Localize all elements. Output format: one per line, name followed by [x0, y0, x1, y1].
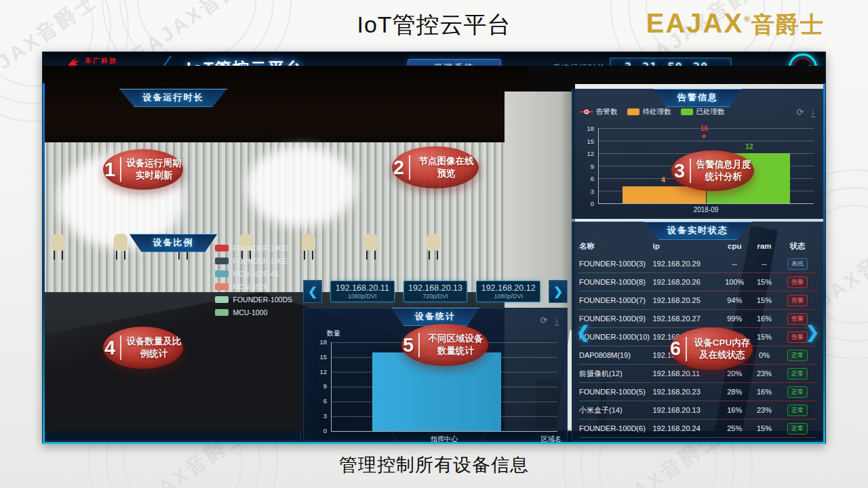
camera-next-button[interactable]: ❯ [549, 280, 568, 303]
office-chair [51, 234, 66, 260]
legend-swatch [215, 258, 229, 264]
legend-item: MCN-102E-4K [215, 270, 292, 278]
table-row: FOUNDER-100D(8) 192.168.20.26 100% 15% 告… [579, 273, 816, 291]
camera-ip-button[interactable]: 192.168.20.11 1080p/DVI [330, 281, 395, 302]
registered-mark-icon: ® [744, 14, 750, 24]
brand-logo-cn: 音爵士 [751, 9, 825, 41]
x-category-label: 2018-09 [598, 206, 814, 214]
legend-item: 待处理数 [627, 107, 671, 117]
legend-item: FOUNDER-100D [215, 244, 292, 252]
alarm-count-point [703, 135, 706, 138]
pending-bar [623, 186, 707, 203]
scene-ceiling [43, 66, 528, 146]
refresh-icon[interactable]: ⟳ [540, 315, 548, 325]
status-badge: 告警 [787, 295, 808, 306]
table-row: FOUNDER-100D(6) 192.168.20.24 25% 15% 正常 [579, 420, 816, 438]
refresh-icon[interactable]: ⟳ [797, 107, 804, 117]
alarm-legend: 告警数 待处理数 已处理数 [580, 107, 725, 117]
panel-title-runtime: 设备运行时长 [119, 89, 228, 107]
callout-3: 3 告警信息月度统计分析 [671, 150, 754, 191]
legend-swatch [681, 108, 693, 115]
brand-logo-en: EAJAX [646, 8, 743, 39]
status-badge: 告警 [787, 277, 808, 288]
slide: EAJAX音爵士 EAJAX音爵士 EAJAX音爵士 EAJAX音爵士 EAJA… [0, 0, 868, 488]
status-badge: 告警 [787, 331, 808, 343]
download-icon[interactable]: ↓ [811, 107, 816, 117]
legend-item: 告警数 [580, 107, 618, 117]
status-badge: 正常 [787, 386, 808, 398]
processed-value: 12 [745, 143, 753, 150]
camera-ip-list: 192.168.20.11 1080p/DVI 192.168.20.13 72… [330, 281, 540, 302]
legend-swatch [215, 296, 229, 303]
callout-4: 4 设备数量及比例统计 [103, 327, 183, 369]
status-badge: 正常 [787, 423, 808, 434]
status-badge: 正常 [787, 350, 808, 361]
office-chair [426, 234, 441, 260]
status-badge: 正常 [787, 405, 808, 416]
status-table-header: 名称 ip cpu ram 状态 [579, 239, 816, 253]
panel-title-alarm: 告警信息 [654, 89, 742, 107]
pie-legend: FOUNDER-100D FOUNDER-100E MCN-102E-4K [215, 244, 292, 317]
camera-ip-button[interactable]: 192.168.20.13 720p/DVI [403, 281, 468, 302]
camera-ip-button[interactable]: 192.168.20.12 1080p/DVI [476, 281, 540, 302]
callout-1: 1 设备运行周期实时刷新 [103, 149, 183, 190]
table-row: FOUNDER-100D(9) 192.168.20.27 99% 16% 告警 [579, 310, 816, 328]
legend-swatch [215, 270, 229, 277]
legend-swatch [215, 245, 229, 251]
callout-2: 2 节点图像在线预览 [392, 146, 479, 188]
callout-5: 5 不同区域设备数量统计 [401, 324, 488, 366]
legend-swatch [215, 283, 229, 290]
legend-swatch [580, 111, 593, 113]
alarm-count-value: 16 [701, 125, 708, 132]
camera-preview-panel [43, 52, 307, 239]
table-row: FOUNDER-100D(3) 192.168.20.29 -- -- 离线 [579, 255, 816, 273]
panel-title-ratio: 设备比例 [130, 234, 218, 252]
brand-logo: EAJAX®音爵士 [646, 8, 825, 41]
office-chair [363, 234, 378, 260]
y-axis-label: 数量 [327, 329, 340, 338]
status-prev-button[interactable]: ❮ [576, 323, 590, 342]
callout-6: 6 设备CPU内存及在线状态 [670, 327, 753, 370]
table-row: FOUNDER-100D(5) 192.168.20.23 28% 16% 正常 [579, 383, 816, 401]
legend-item: 已处理数 [681, 107, 725, 117]
table-row: 小米盒子(14) 192.168.20.13 16% 23% 正常 [579, 401, 816, 420]
download-icon[interactable]: ↓ [555, 315, 559, 325]
status-badge: 告警 [787, 313, 808, 325]
camera-nav: ❮ 192.168.20.11 1080p/DVI 192.168.20.13 … [303, 277, 568, 306]
legend-item: MCN-102E [215, 283, 292, 291]
slide-caption: 管理控制所有设备信息 [0, 453, 868, 477]
y-axis-ticks: 1815129630 [312, 338, 327, 434]
panel-title-stats: 设备统计 [391, 308, 479, 326]
company-name-cn: 丰广科技 [85, 58, 151, 64]
legend-swatch [627, 108, 639, 115]
office-chair [113, 234, 128, 260]
pending-value: 4 [661, 176, 665, 184]
x-axis-label: 区域名 [541, 434, 561, 444]
status-badge: 离线 [787, 258, 808, 270]
legend-swatch [215, 309, 229, 316]
panel-title-status: 设备实时状态 [644, 222, 752, 240]
table-row: FOUNDER-100D(7) 192.168.20.25 94% 15% 告警 [579, 291, 816, 310]
legend-item: MCU-1000 [215, 308, 292, 317]
status-badge: 正常 [787, 368, 808, 380]
office-chair [301, 234, 316, 260]
x-category-label: 指挥中心 [331, 434, 557, 444]
status-next-button[interactable]: ❯ [806, 323, 819, 342]
camera-prev-button[interactable]: ❮ [303, 280, 322, 303]
dashboard: 丰广科技 FENGAKJ IoT管控云平台 管理系统 系统运行时长： 3 天 2… [42, 52, 826, 444]
y-axis-ticks: 1815129630 [578, 125, 594, 207]
legend-item: FOUNDER-100DS [215, 296, 292, 304]
legend-item: FOUNDER-100E [215, 257, 292, 265]
